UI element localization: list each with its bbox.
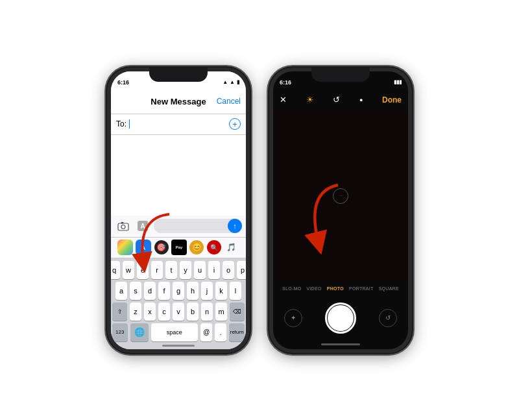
time-right: 6:16 (280, 79, 291, 86)
moon-icon[interactable]: ● (359, 97, 363, 103)
numbers-key[interactable]: 123 (112, 323, 128, 341)
key-g[interactable]: g (173, 282, 184, 300)
key-n[interactable]: n (201, 303, 213, 321)
key-p[interactable]: p (237, 261, 246, 279)
done-button[interactable]: Done (382, 95, 402, 105)
key-y[interactable]: y (180, 261, 191, 279)
message-input[interactable]: ↑ (154, 219, 242, 233)
key-m[interactable]: m (215, 303, 227, 321)
flash-icon[interactable]: ✕ (280, 95, 287, 105)
focus-indicator: → (333, 188, 348, 204)
kb-row-bottom: 123 🌐 space @ . return (112, 323, 245, 341)
camera-battery-icon: ▮▮▮ (394, 79, 402, 85)
message-compose-area[interactable] (111, 135, 246, 216)
svg-text:A: A (140, 223, 145, 230)
sun-icon[interactable]: ☀ (306, 95, 314, 105)
globe-key[interactable]: 🌐 (130, 323, 149, 341)
camera-toolbar-icon[interactable] (115, 217, 132, 234)
key-e[interactable]: e (137, 261, 149, 279)
snapchat-icon[interactable]: 🎯 (154, 240, 169, 254)
return-key[interactable]: return (229, 323, 245, 341)
camera-status-bar: 6:16 ▮▮▮ (273, 71, 408, 90)
messages-screen: 6:16 ▲ ▲ ▮ New Message Cancel To: + (111, 71, 246, 349)
right-phone: 6:16 ▮▮▮ ✕ ☀ ↺ ● Done → (269, 68, 412, 353)
search-strip-icon[interactable]: 🔍 (207, 240, 221, 254)
key-r[interactable]: r (151, 261, 163, 279)
app-strip: A 🎯 Pay 😊 🔍 🎵 (111, 238, 246, 258)
send-button[interactable]: ↑ (228, 219, 242, 233)
key-w[interactable]: w (123, 261, 134, 279)
shutter-inner (328, 305, 354, 331)
delete-key[interactable]: ⌫ (230, 303, 245, 321)
to-label: To: (116, 119, 127, 129)
key-s[interactable]: s (130, 282, 141, 300)
battery-icon: ▮ (237, 79, 239, 85)
to-field[interactable]: To: + (111, 114, 246, 135)
key-f[interactable]: f (158, 282, 170, 300)
key-a[interactable]: a (115, 282, 127, 300)
svg-point-1 (121, 225, 125, 229)
key-i[interactable]: i (208, 261, 220, 279)
svg-rect-0 (118, 223, 128, 230)
key-t[interactable]: t (165, 261, 177, 279)
shift-key[interactable]: ⇧ (112, 303, 127, 321)
key-x[interactable]: x (144, 303, 156, 321)
kb-row-2: a s d f g h j k l (112, 282, 245, 300)
emoji-icon[interactable]: 😊 (189, 240, 204, 254)
key-o[interactable]: o (223, 261, 234, 279)
status-icons-left: ▲ ▲ ▮ (223, 79, 239, 85)
at-key[interactable]: @ (200, 323, 212, 341)
keyboard-area: A ↑ A 🎯 Pay (111, 216, 246, 349)
appstore-strip-icon[interactable]: A (136, 240, 151, 255)
key-v[interactable]: v (173, 303, 184, 321)
camera-controls: ✦ ↺ (273, 296, 408, 340)
keyboard: q w e r t y u i o p a s (111, 258, 246, 349)
space-key[interactable]: space (151, 323, 199, 341)
key-j[interactable]: j (201, 282, 213, 300)
mode-slomo[interactable]: SLO-MO (282, 286, 301, 291)
key-d[interactable]: d (144, 282, 156, 300)
mode-video[interactable]: VIDEO (306, 286, 321, 291)
kb-row-3: ⇧ z x c v b n m ⌫ (112, 303, 245, 321)
cursor (129, 119, 130, 129)
nav-title: New Message (151, 97, 206, 106)
refresh-icon[interactable]: ↺ (333, 95, 340, 105)
svg-rect-2 (121, 222, 124, 224)
camera-effects-button[interactable]: ✦ (284, 309, 302, 327)
key-l[interactable]: l (230, 282, 241, 300)
kb-row-1: q w e r t y u i o p (112, 261, 245, 279)
camera-status-icons: ▮▮▮ (394, 79, 402, 85)
messages-nav: New Message Cancel (111, 90, 246, 114)
key-u[interactable]: u (194, 261, 206, 279)
status-bar-left: 6:16 ▲ ▲ ▮ (111, 71, 246, 90)
home-bar (321, 343, 360, 345)
home-indicator (273, 340, 408, 349)
key-q[interactable]: q (111, 261, 120, 279)
camera-screen: 6:16 ▮▮▮ ✕ ☀ ↺ ● Done → (273, 71, 408, 349)
camera-top-bar: ✕ ☀ ↺ ● Done (273, 90, 408, 110)
mode-square[interactable]: SQUARE (379, 286, 399, 291)
camera-flip-button[interactable]: ↺ (379, 309, 397, 327)
key-b[interactable]: b (187, 303, 199, 321)
period-key[interactable]: . (215, 323, 226, 341)
key-k[interactable]: k (215, 282, 227, 300)
time-left: 6:16 (117, 79, 129, 86)
music-strip-icon[interactable]: 🎵 (224, 240, 239, 255)
cancel-button[interactable]: Cancel (217, 97, 241, 106)
app-toolbar: A ↑ (111, 216, 246, 238)
key-z[interactable]: z (130, 303, 141, 321)
add-recipient-button[interactable]: + (229, 118, 241, 130)
svg-text:A: A (141, 245, 146, 251)
apple-pay-icon[interactable]: Pay (171, 240, 187, 255)
right-arrow-indicator (293, 179, 357, 259)
shutter-button[interactable] (325, 303, 356, 334)
wifi-icon: ▲ (230, 79, 235, 85)
key-h[interactable]: h (187, 282, 199, 300)
mode-portrait[interactable]: PORTRAIT (349, 286, 374, 291)
photos-app-icon[interactable] (117, 240, 133, 255)
camera-viewfinder: → (273, 110, 408, 282)
mode-photo[interactable]: PHOTO (327, 286, 344, 291)
key-c[interactable]: c (158, 303, 170, 321)
signal-icon: ▲ (223, 79, 228, 85)
appstore-toolbar-icon[interactable]: A (134, 217, 151, 234)
